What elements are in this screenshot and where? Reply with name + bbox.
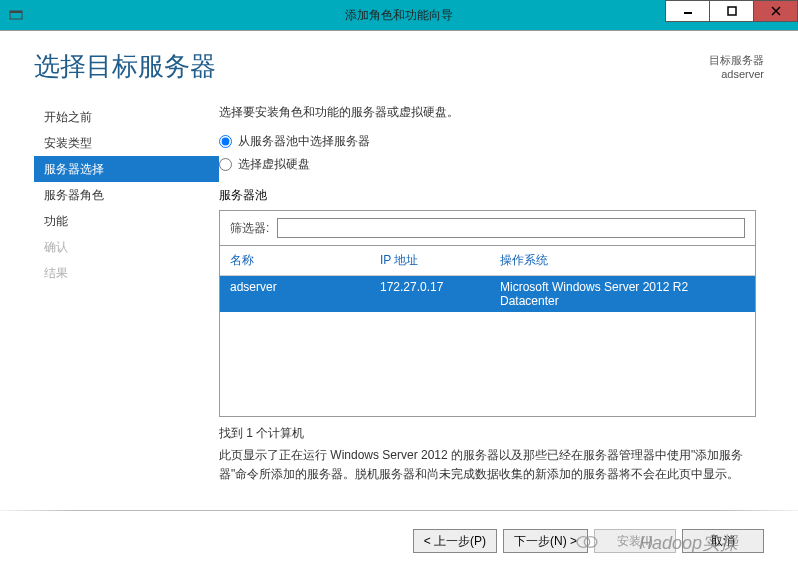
table-body: adserver 172.27.0.17 Microsoft Windows S… <box>220 276 755 416</box>
step-results: 结果 <box>34 260 219 286</box>
step-install-type[interactable]: 安装类型 <box>34 130 219 156</box>
page-title: 选择目标服务器 <box>34 49 216 84</box>
col-os[interactable]: 操作系统 <box>500 252 745 269</box>
radio-server-pool-label: 从服务器池中选择服务器 <box>238 133 370 150</box>
next-button[interactable]: 下一步(N) > <box>503 529 588 553</box>
filter-box: 筛选器: <box>219 210 756 246</box>
minimize-button[interactable] <box>665 0 710 22</box>
step-confirm: 确认 <box>34 234 219 260</box>
target-server-info: 目标服务器 adserver <box>709 53 764 80</box>
pool-label: 服务器池 <box>219 187 756 204</box>
table-header: 名称 IP 地址 操作系统 <box>220 246 755 276</box>
page-header: 选择目标服务器 目标服务器 adserver <box>34 49 764 84</box>
cell-ip: 172.27.0.17 <box>380 280 500 308</box>
found-count: 找到 1 个计算机 <box>219 425 756 442</box>
step-before-begin[interactable]: 开始之前 <box>34 104 219 130</box>
filter-input[interactable] <box>277 218 745 238</box>
svg-rect-1 <box>10 11 22 13</box>
radio-vhd-input[interactable] <box>219 158 232 171</box>
install-button: 安装(I) <box>594 529 676 553</box>
prompt-text: 选择要安装角色和功能的服务器或虚拟硬盘。 <box>219 104 756 121</box>
app-icon <box>8 7 24 23</box>
button-bar: < 上一步(P) 下一步(N) > 安装(I) 取消 <box>0 529 798 553</box>
window-title: 添加角色和功能向导 <box>345 7 453 24</box>
close-button[interactable] <box>753 0 798 22</box>
filter-label: 筛选器: <box>230 220 269 237</box>
step-features[interactable]: 功能 <box>34 208 219 234</box>
radio-server-pool[interactable]: 从服务器池中选择服务器 <box>219 133 756 150</box>
radio-server-pool-input[interactable] <box>219 135 232 148</box>
separator <box>0 510 798 511</box>
description-text: 此页显示了正在运行 Windows Server 2012 的服务器以及那些已经… <box>219 446 756 484</box>
table-row[interactable]: adserver 172.27.0.17 Microsoft Windows S… <box>220 276 755 312</box>
radio-vhd-label: 选择虚拟硬盘 <box>238 156 310 173</box>
col-name[interactable]: 名称 <box>230 252 380 269</box>
titlebar: 添加角色和功能向导 <box>0 0 798 30</box>
maximize-button[interactable] <box>709 0 754 22</box>
svg-rect-3 <box>728 7 736 15</box>
wizard-steps: 开始之前 安装类型 服务器选择 服务器角色 功能 确认 结果 <box>34 104 219 484</box>
radio-vhd[interactable]: 选择虚拟硬盘 <box>219 156 756 173</box>
prev-button[interactable]: < 上一步(P) <box>413 529 497 553</box>
cell-name: adserver <box>230 280 380 308</box>
target-label: 目标服务器 <box>709 53 764 68</box>
col-ip[interactable]: IP 地址 <box>380 252 500 269</box>
step-server-roles[interactable]: 服务器角色 <box>34 182 219 208</box>
content-area: 选择目标服务器 目标服务器 adserver 开始之前 安装类型 服务器选择 服… <box>0 30 798 565</box>
main-panel: 选择要安装角色和功能的服务器或虚拟硬盘。 从服务器池中选择服务器 选择虚拟硬盘 … <box>219 104 764 484</box>
target-value: adserver <box>709 68 764 80</box>
cell-os: Microsoft Windows Server 2012 R2 Datacen… <box>500 280 745 308</box>
step-server-select[interactable]: 服务器选择 <box>34 156 219 182</box>
cancel-button[interactable]: 取消 <box>682 529 764 553</box>
window-controls <box>666 0 798 22</box>
server-table: 名称 IP 地址 操作系统 adserver 172.27.0.17 Micro… <box>219 246 756 417</box>
